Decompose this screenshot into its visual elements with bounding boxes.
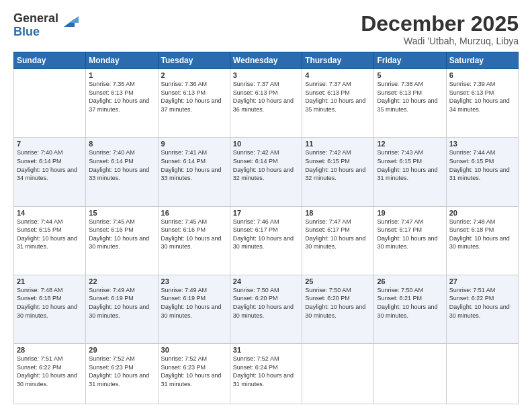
day-23: 23 Sunrise: 7:49 AMSunset: 6:19 PMDaylig… <box>158 275 230 343</box>
day-17: 17 Sunrise: 7:46 AMSunset: 6:17 PMDaylig… <box>230 206 302 275</box>
day-15: 15 Sunrise: 7:45 AMSunset: 6:16 PMDaylig… <box>86 206 158 275</box>
calendar-header-row: Sunday Monday Tuesday Wednesday Thursday… <box>14 52 519 69</box>
location: Wadi 'Utbah, Murzuq, Libya <box>361 36 519 46</box>
day-5: 5 Sunrise: 7:38 AMSunset: 6:13 PMDayligh… <box>374 69 446 138</box>
calendar-table: Sunday Monday Tuesday Wednesday Thursday… <box>13 52 519 404</box>
day-9: 9 Sunrise: 7:41 AMSunset: 6:14 PMDayligh… <box>158 138 230 206</box>
day-16: 16 Sunrise: 7:45 AMSunset: 6:16 PMDaylig… <box>158 206 230 275</box>
day-24: 24 Sunrise: 7:50 AMSunset: 6:20 PMDaylig… <box>230 275 302 343</box>
col-tuesday: Tuesday <box>158 52 230 69</box>
logo-general: General <box>13 12 58 26</box>
calendar-row-3: 14 Sunrise: 7:44 AMSunset: 6:15 PMDaylig… <box>14 206 519 275</box>
day-22: 22 Sunrise: 7:49 AMSunset: 6:19 PMDaylig… <box>86 275 158 343</box>
calendar-row-5: 28 Sunrise: 7:51 AMSunset: 6:22 PMDaylig… <box>14 344 519 404</box>
title-block: December 2025 Wadi 'Utbah, Murzuq, Libya <box>361 12 519 46</box>
day-31: 31 Sunrise: 7:52 AMSunset: 6:24 PMDaylig… <box>230 344 302 404</box>
col-wednesday: Wednesday <box>230 52 302 69</box>
calendar-row-1: 1 Sunrise: 7:35 AMSunset: 6:13 PMDayligh… <box>14 69 519 138</box>
day-29: 29 Sunrise: 7:52 AMSunset: 6:23 PMDaylig… <box>86 344 158 404</box>
day-19: 19 Sunrise: 7:47 AMSunset: 6:17 PMDaylig… <box>374 206 446 275</box>
day-1: 1 Sunrise: 7:35 AMSunset: 6:13 PMDayligh… <box>86 69 158 138</box>
day-27: 27 Sunrise: 7:51 AMSunset: 6:22 PMDaylig… <box>446 275 518 343</box>
day-12: 12 Sunrise: 7:43 AMSunset: 6:15 PMDaylig… <box>374 138 446 206</box>
day-6: 6 Sunrise: 7:39 AMSunset: 6:13 PMDayligh… <box>446 69 518 138</box>
day-2: 2 Sunrise: 7:36 AMSunset: 6:13 PMDayligh… <box>158 69 230 138</box>
day-4: 4 Sunrise: 7:37 AMSunset: 6:13 PMDayligh… <box>302 69 374 138</box>
col-thursday: Thursday <box>302 52 374 69</box>
empty-cell-31-thu <box>302 344 374 404</box>
day-10: 10 Sunrise: 7:42 AMSunset: 6:14 PMDaylig… <box>230 138 302 206</box>
day-28: 28 Sunrise: 7:51 AMSunset: 6:22 PMDaylig… <box>14 344 86 404</box>
col-sunday: Sunday <box>14 52 86 69</box>
calendar-row-4: 21 Sunrise: 7:48 AMSunset: 6:18 PMDaylig… <box>14 275 519 343</box>
col-saturday: Saturday <box>446 52 518 69</box>
day-18: 18 Sunrise: 7:47 AMSunset: 6:17 PMDaylig… <box>302 206 374 275</box>
empty-cell <box>14 69 86 138</box>
day-14: 14 Sunrise: 7:44 AMSunset: 6:15 PMDaylig… <box>14 206 86 275</box>
calendar-row-2: 7 Sunrise: 7:40 AMSunset: 6:14 PMDayligh… <box>14 138 519 206</box>
logo-blue: Blue <box>13 26 58 39</box>
day-21: 21 Sunrise: 7:48 AMSunset: 6:18 PMDaylig… <box>14 275 86 343</box>
day-26: 26 Sunrise: 7:50 AMSunset: 6:21 PMDaylig… <box>374 275 446 343</box>
col-monday: Monday <box>86 52 158 69</box>
day-8: 8 Sunrise: 7:40 AMSunset: 6:14 PMDayligh… <box>86 138 158 206</box>
header: General Blue December 2025 Wadi 'Utbah, … <box>13 12 519 46</box>
day-3: 3 Sunrise: 7:37 AMSunset: 6:13 PMDayligh… <box>230 69 302 138</box>
day-7: 7 Sunrise: 7:40 AMSunset: 6:14 PMDayligh… <box>14 138 86 206</box>
day-30: 30 Sunrise: 7:52 AMSunset: 6:23 PMDaylig… <box>158 344 230 404</box>
logo-icon <box>60 12 79 31</box>
logo: General Blue <box>13 12 79 39</box>
page: General Blue December 2025 Wadi 'Utbah, … <box>0 0 532 411</box>
empty-cell-31-sat <box>446 344 518 404</box>
day-25: 25 Sunrise: 7:50 AMSunset: 6:20 PMDaylig… <box>302 275 374 343</box>
month-title: December 2025 <box>361 12 519 36</box>
empty-cell-31-fri <box>374 344 446 404</box>
day-11: 11 Sunrise: 7:42 AMSunset: 6:15 PMDaylig… <box>302 138 374 206</box>
day-20: 20 Sunrise: 7:48 AMSunset: 6:18 PMDaylig… <box>446 206 518 275</box>
day-13: 13 Sunrise: 7:44 AMSunset: 6:15 PMDaylig… <box>446 138 518 206</box>
logo-text: General Blue <box>13 12 58 39</box>
col-friday: Friday <box>374 52 446 69</box>
